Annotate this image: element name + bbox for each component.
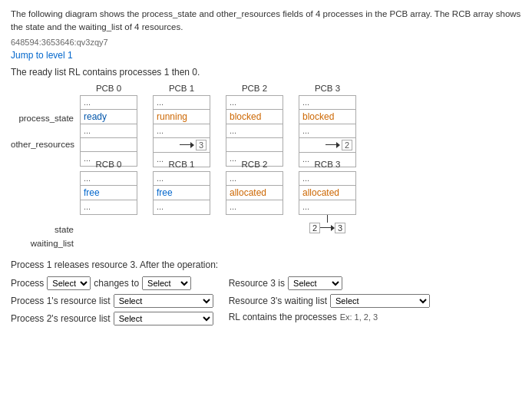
pcb3-wrapper: PCB 3 ... blocked ... 2 ... [299,84,356,167]
jump-level-link[interactable]: Jump to level 1 [11,50,73,61]
intro-text: The following diagram shows the process_… [11,8,521,35]
waiting-list-label: waiting_list [11,236,80,250]
rcb2-state: allocated [226,186,283,200]
process-state-label-row: process_state [11,112,521,124]
pcb2-title: PCB 2 [242,84,267,93]
form-area: Process Select 0 1 2 3 changes to Select… [11,276,521,325]
resource3-waiting-label: Resource 3's waiting list [229,296,327,306]
resource3-select[interactable]: Select free allocated [288,276,342,290]
process-select[interactable]: Select 0 1 2 3 [47,276,91,290]
resource3-waiting-row: Resource 3's waiting list Select [229,294,430,308]
breadcrumb: 648594:3653646:qv3zqy7 [11,38,521,47]
changes-to-label: changes to [94,278,139,289]
rcb3-title: RCB 3 [315,160,341,169]
rcb3-waiting: ... [299,200,355,214]
rcb3-link-box1: 2 [309,223,320,233]
pcb1-wrapper: PCB 1 ... running ... 3 ... [153,84,210,167]
process1-resource-row: Process 1's resource list Select 1, 2, 3 [11,294,213,308]
pcb-diagram: PCB 0 ... ready ... ... PCB 1 ... runnin… [11,84,521,150]
resource3-is-row: Resource 3 is Select free allocated [229,276,430,290]
rcb3-cell0: ... [299,172,355,186]
rcb1-box: ... free ... [153,171,210,215]
rcb3-horiz-chain: 2 3 [309,223,345,233]
pcb2-cell0: ... [226,96,283,110]
process-state-label: process_state [11,112,80,124]
changes-to-select[interactable]: Select ready running blocked [142,276,191,290]
form-left-col: Process Select 0 1 2 3 changes to Select… [11,276,213,325]
rcb2-title: RCB 2 [242,160,268,169]
process-desc: Process 1 releases resource 3. After the… [11,259,521,270]
rcb1-cell0: ... [154,172,210,186]
rl-example: Ex: 1, 2, 3 [340,312,378,322]
rcb3-link-box2: 3 [335,223,345,233]
rl-contains-row: RL contains the processes Ex: 1, 2, 3 [229,312,430,322]
process1-resource-label: Process 1's resource list [11,296,111,306]
link-horiz-line [320,227,331,228]
rcb-title-spacer [11,195,80,223]
pcb1-box: ... running ... 3 ... [153,95,210,167]
form-right-col: Resource 3 is Select free allocated Reso… [229,276,430,325]
rcb0-box: ... free ... [80,171,137,215]
pcb0-cell2: ... [81,124,137,138]
rcb3-state: allocated [299,186,355,200]
pcb-title-blocks: PCB 0 ... ready ... ... PCB 1 ... runnin… [80,84,356,167]
rcb2-box: ... allocated ... [226,171,283,215]
pcb1-cell0: ... [154,96,210,110]
resource3-waiting-select[interactable]: Select [330,294,430,308]
pcb1-cell2: ... [154,124,210,138]
resource3-label: Resource 3 is [229,278,285,289]
rcb0-waiting: ... [81,200,137,214]
rcb3-link-chain: 2 3 [309,215,345,233]
rcb0-wrapper: RCB 0 ... free ... [80,160,137,233]
other-resources-label-row: other_resources [11,138,521,150]
rcb-blocks-area: RCB 0 ... free ... RCB 1 ... free ... RC… [80,160,356,233]
pcb1-title: PCB 1 [169,84,194,93]
pcb3-title: PCB 3 [315,84,340,93]
process1-resource-select[interactable]: Select 1, 2, 3 [114,294,213,308]
rl-contains-label: RL contains the processes [229,312,337,322]
rcb3-wrapper: RCB 3 ... allocated ... 2 3 [299,160,356,233]
pcb2-cell2: ... [226,124,283,138]
rcb1-title: RCB 1 [169,160,195,169]
rcb2-waiting: ... [226,200,283,214]
state-label: state [11,223,80,236]
rcb0-cell0: ... [81,172,137,186]
pcb0-wrapper: PCB 0 ... ready ... ... [80,84,137,167]
pcb0-box: ... ready ... ... [80,95,137,167]
rcb2-wrapper: RCB 2 ... allocated ... [226,160,283,233]
process2-resource-row: Process 2's resource list Select 1, 2, 3 [11,312,213,325]
rcb3-vert-line [327,215,328,223]
pcb0-title: PCB 0 [96,84,121,93]
pcb3-cell2: ... [299,124,355,138]
pcb0-cell0: ... [81,96,137,110]
pcb3-box: ... blocked ... 2 ... [299,95,356,167]
pcb-titles-row: PCB 0 ... ready ... ... PCB 1 ... runnin… [11,84,521,167]
ready-list-text: The ready list RL contains processes 1 t… [11,67,521,78]
rcb1-wrapper: RCB 1 ... free ... [153,160,210,233]
process-label: Process [11,278,44,289]
process-changes-row: Process Select 0 1 2 3 changes to Select… [11,276,213,290]
rcb1-state: free [154,186,210,200]
rcb1-waiting: ... [154,200,210,214]
pcb2-box: ... blocked ... ... [226,95,283,167]
rcb2-cell0: ... [226,172,283,186]
pcb3-cell0: ... [299,96,355,110]
rcb3-box: ... allocated ... [299,171,356,215]
rcb0-title: RCB 0 [96,160,122,169]
process2-resource-label: Process 2's resource list [11,313,111,324]
other-resources-label: other_resources [11,138,80,150]
rcb0-state: free [81,186,137,200]
rcb-row-labels: state waiting_list [11,195,80,250]
process2-resource-select[interactable]: Select 1, 2, 3 [114,312,213,325]
pcb2-wrapper: PCB 2 ... blocked ... ... [226,84,283,167]
